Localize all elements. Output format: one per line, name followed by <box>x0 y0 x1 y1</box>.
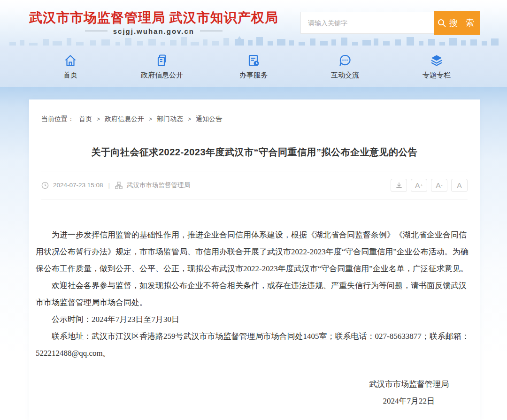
font-larger-label: A <box>415 181 420 189</box>
dash-decoration-right <box>200 31 223 31</box>
article-toolbar: A+ A- A <box>391 179 468 192</box>
nav-label: 办事服务 <box>239 71 268 80</box>
breadcrumb-label: 当前位置： <box>41 115 74 123</box>
article-body: 为进一步发挥信用监管的基础性作用，推进企业合同信用体系建设，根据《湖北省合同监督… <box>29 227 480 410</box>
download-icon <box>395 182 403 189</box>
breadcrumb-item-info-disclosure[interactable]: 政府信息公开 <box>105 115 144 123</box>
breadcrumb-item-home[interactable]: 首页 <box>79 115 92 123</box>
font-smaller-label: A <box>436 181 440 189</box>
article-paragraph: 为进一步发挥信用监管的基础性作用，推进企业合同信用体系建设，根据《湖北省合同监督… <box>36 227 473 277</box>
article-paragraph: 联系地址：武汉市江汉区香港路259号武汉市市场监督管理局市场合同处1405室；联… <box>36 328 473 362</box>
documents-icon <box>155 53 169 68</box>
breadcrumb-separator: > <box>188 116 191 122</box>
signature-date: 2024年7月22日 <box>36 393 473 410</box>
article-signature: 武汉市市场监督管理局 2024年7月22日 <box>36 376 473 410</box>
search-button[interactable]: 搜 索 <box>434 11 480 35</box>
article-paragraph: 欢迎社会各界参与监督，如发现拟公布企业不符合相关条件，或存在违法违规、严重失信行… <box>36 277 473 311</box>
dash-decoration-left <box>85 31 108 31</box>
site-brand[interactable]: 武汉市市场监督管理局 武汉市知识产权局 scjgj.wuhan.gov.cn <box>29 10 278 35</box>
home-icon <box>63 53 77 68</box>
search-button-label: 搜 索 <box>449 17 477 29</box>
article-meta: 2024-07-23 15:08 | 武汉市市场监督管理局 <box>41 181 190 190</box>
nav-label: 专题专栏 <box>422 71 451 80</box>
font-normal-label: A <box>457 181 461 189</box>
nav-item-home[interactable]: 首页 <box>42 53 99 80</box>
nav-item-interaction[interactable]: 互动交流 <box>317 53 373 80</box>
nav-label: 互动交流 <box>331 71 359 80</box>
breadcrumb-separator: > <box>97 116 100 122</box>
site-header: 武汉市市场监督管理局 武汉市知识产权局 scjgj.wuhan.gov.cn 搜… <box>0 0 507 46</box>
site-url-text: scjgj.wuhan.gov.cn <box>113 27 194 35</box>
content-card: 当前位置： 首页 > 政府信息公开 > 部门动态 > 通知公告 关于向社会征求2… <box>29 99 480 420</box>
nav-item-services[interactable]: 办事服务 <box>225 53 282 80</box>
meta-separator: | <box>108 182 110 189</box>
font-larger-button[interactable]: A+ <box>411 179 427 192</box>
divider-bottom <box>41 199 468 199</box>
nav-label: 首页 <box>63 71 77 80</box>
article-title: 关于向社会征求2022-2023年度武汉市“守合同重信用”拟公布企业意见的公告 <box>29 146 480 159</box>
font-smaller-button[interactable]: A- <box>431 179 447 192</box>
page: 武汉市市场监督管理局 武汉市知识产权局 scjgj.wuhan.gov.cn 搜… <box>0 0 507 420</box>
content-background: 当前位置： 首页 > 政府信息公开 > 部门动态 > 通知公告 关于向社会征求2… <box>0 87 507 420</box>
publish-datetime: 2024-07-23 15:08 <box>53 182 103 189</box>
layers-icon <box>430 53 444 68</box>
nav-item-topics[interactable]: 专题专栏 <box>408 53 465 80</box>
font-normal-button[interactable]: A <box>451 179 468 192</box>
article-paragraph: 公示时间：2024年7月23日至7月30日 <box>36 311 473 328</box>
chat-bubble-icon <box>338 53 352 68</box>
search-input[interactable] <box>300 12 434 34</box>
font-smaller-sup: - <box>441 183 443 188</box>
site-url: scjgj.wuhan.gov.cn <box>29 27 278 35</box>
main-nav: 首页 政府信息公开 办事服务 <box>0 46 507 87</box>
signature-org: 武汉市市场监督管理局 <box>36 376 473 393</box>
breadcrumb-item-dept-news[interactable]: 部门动态 <box>157 115 183 123</box>
source-org-icon <box>115 182 123 189</box>
publish-source: 武汉市市场监督管理局 <box>127 181 190 190</box>
nav-label: 政府信息公开 <box>141 71 183 80</box>
breadcrumb-separator: > <box>149 116 152 122</box>
article-meta-row: 2024-07-23 15:08 | 武汉市市场监督管理局 <box>41 171 468 199</box>
clock-icon <box>41 182 49 189</box>
site-title: 武汉市市场监督管理局 武汉市知识产权局 <box>29 10 278 25</box>
breadcrumb-item-notices[interactable]: 通知公告 <box>196 115 222 123</box>
font-larger-sup: + <box>420 183 422 188</box>
service-clock-icon <box>246 53 261 68</box>
nav-item-info-disclosure[interactable]: 政府信息公开 <box>134 53 190 80</box>
search-bar: 搜 索 <box>300 11 480 35</box>
header-inner: 武汉市市场监督管理局 武汉市知识产权局 scjgj.wuhan.gov.cn 搜… <box>0 0 507 46</box>
breadcrumb: 当前位置： 首页 > 政府信息公开 > 部门动态 > 通知公告 <box>29 115 480 123</box>
download-button[interactable] <box>391 179 407 192</box>
search-icon <box>437 18 446 28</box>
